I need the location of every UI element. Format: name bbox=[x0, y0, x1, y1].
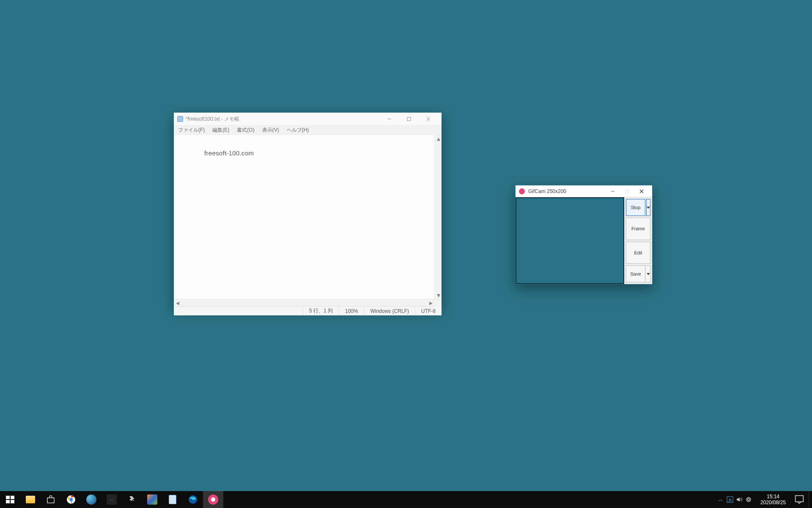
svg-rect-8 bbox=[6, 496, 10, 499]
vertical-scrollbar[interactable]: ▴ ▾ bbox=[434, 135, 442, 299]
scroll-left-icon[interactable]: ◂ bbox=[174, 299, 181, 306]
window-controls bbox=[380, 113, 438, 125]
status-encoding: UTF-8 bbox=[415, 306, 442, 315]
status-eol: Windows (CRLF) bbox=[364, 306, 415, 315]
menu-file[interactable]: ファイル(F) bbox=[178, 127, 205, 134]
scroll-right-icon[interactable]: ▸ bbox=[427, 299, 434, 306]
gifcam-capture-area[interactable] bbox=[516, 197, 624, 284]
svg-rect-11 bbox=[11, 500, 14, 503]
taskbar-clock[interactable]: 15:14 2020/08/25 bbox=[756, 491, 790, 508]
gifcam-body: Stop Frame Edit Save bbox=[516, 197, 652, 284]
taskbar: ·· ︿ あ 15:14 2020/08/25 bbox=[0, 491, 812, 508]
record-button[interactable]: Stop bbox=[626, 199, 645, 216]
gifcam-app-icon bbox=[519, 188, 525, 194]
taskbar-app-dark[interactable]: ·· bbox=[102, 491, 122, 508]
menu-edit[interactable]: 編集(E) bbox=[212, 127, 229, 134]
status-zoom: 100% bbox=[339, 306, 364, 315]
notepad-textarea[interactable]: freesoft-100.com bbox=[174, 135, 442, 157]
folder-icon bbox=[26, 496, 35, 503]
frame-button[interactable]: Frame bbox=[626, 218, 650, 240]
taskbar-explorer[interactable] bbox=[20, 491, 41, 508]
start-button[interactable] bbox=[0, 491, 20, 508]
scroll-corner bbox=[434, 299, 442, 306]
svg-point-14 bbox=[69, 498, 73, 501]
store-icon bbox=[46, 494, 56, 505]
svg-rect-9 bbox=[11, 496, 14, 499]
notepad-window: *freesoft100.txt - メモ帳 ファイル(F) 編集(E) 書式(… bbox=[174, 113, 442, 308]
maximize-button[interactable] bbox=[399, 113, 419, 125]
notepad-icon bbox=[169, 495, 176, 504]
scroll-down-icon[interactable]: ▾ bbox=[435, 292, 442, 299]
maximize-button bbox=[620, 185, 634, 197]
action-center-button[interactable] bbox=[790, 491, 809, 508]
taskbar-app-bat[interactable] bbox=[122, 491, 142, 508]
windows-icon bbox=[5, 494, 15, 505]
svg-rect-12 bbox=[47, 498, 54, 503]
save-button[interactable]: Save bbox=[626, 265, 645, 282]
menu-format[interactable]: 書式(O) bbox=[237, 127, 254, 134]
menu-view[interactable]: 表示(V) bbox=[262, 127, 279, 134]
taskbar-gifcam[interactable] bbox=[203, 491, 223, 508]
tray-app-icon[interactable] bbox=[744, 495, 753, 504]
clock-date: 2020/08/25 bbox=[760, 500, 786, 505]
close-button[interactable] bbox=[634, 185, 649, 197]
notepad-statusbar: 5 行、1 列 100% Windows (CRLF) UTF-8 bbox=[174, 306, 442, 315]
notepad-title: *freesoft100.txt - メモ帳 bbox=[186, 116, 380, 123]
gifcam-title: GifCam 250x200 bbox=[528, 188, 606, 194]
gifcam-window: GifCam 250x200 Stop Frame Edit Save bbox=[515, 185, 653, 284]
tray-volume-icon[interactable] bbox=[735, 495, 743, 504]
svg-rect-10 bbox=[6, 500, 10, 503]
minimize-button[interactable] bbox=[606, 185, 620, 197]
taskbar-store[interactable] bbox=[41, 491, 61, 508]
taskbar-app-color[interactable] bbox=[142, 491, 162, 508]
taskbar-chrome[interactable] bbox=[61, 491, 81, 508]
tray-chevron-up-icon[interactable]: ︿ bbox=[716, 495, 725, 504]
notepad-menubar: ファイル(F) 編集(E) 書式(O) 表示(V) ヘルプ(H) bbox=[174, 125, 442, 135]
svg-text:あ: あ bbox=[728, 498, 732, 502]
taskbar-edge[interactable] bbox=[183, 491, 203, 508]
notepad-app-icon bbox=[177, 116, 183, 122]
taskbar-right: ︿ あ 15:14 2020/08/25 bbox=[713, 491, 812, 508]
minimize-button[interactable] bbox=[380, 113, 399, 125]
svg-rect-5 bbox=[625, 190, 629, 193]
close-button[interactable] bbox=[419, 113, 438, 125]
show-desktop-button[interactable] bbox=[809, 491, 812, 508]
gifcam-panel: Stop Frame Edit Save bbox=[624, 197, 652, 284]
status-position: 5 行、1 列 bbox=[303, 306, 339, 315]
chrome-icon bbox=[66, 494, 76, 505]
app-icon: ·· bbox=[107, 494, 117, 505]
horizontal-scrollbar[interactable]: ◂ ▸ bbox=[174, 299, 442, 306]
record-dropdown-icon[interactable] bbox=[646, 199, 650, 216]
taskbar-app-blue[interactable] bbox=[81, 491, 102, 508]
tray-ime-icon[interactable]: あ bbox=[726, 495, 734, 504]
taskbar-notepad[interactable] bbox=[162, 491, 183, 508]
notepad-titlebar[interactable]: *freesoft100.txt - メモ帳 bbox=[174, 113, 442, 125]
edge-icon bbox=[188, 494, 198, 505]
svg-rect-21 bbox=[796, 496, 804, 502]
menu-help[interactable]: ヘルプ(H) bbox=[287, 127, 309, 134]
svg-rect-1 bbox=[407, 117, 411, 121]
gifcam-icon bbox=[208, 494, 218, 505]
app-icon bbox=[147, 494, 157, 505]
gifcam-titlebar[interactable]: GifCam 250x200 bbox=[516, 185, 652, 197]
save-dropdown-icon[interactable] bbox=[646, 265, 650, 282]
notification-icon bbox=[794, 494, 804, 505]
bat-icon bbox=[127, 494, 137, 505]
circle-icon bbox=[86, 494, 96, 505]
scroll-up-icon[interactable]: ▴ bbox=[435, 135, 442, 142]
notepad-body: freesoft-100.com ▴ ▾ bbox=[174, 135, 442, 299]
edit-button[interactable]: Edit bbox=[626, 242, 650, 264]
clock-time: 15:14 bbox=[767, 494, 779, 500]
system-tray: ︿ あ bbox=[713, 491, 756, 508]
